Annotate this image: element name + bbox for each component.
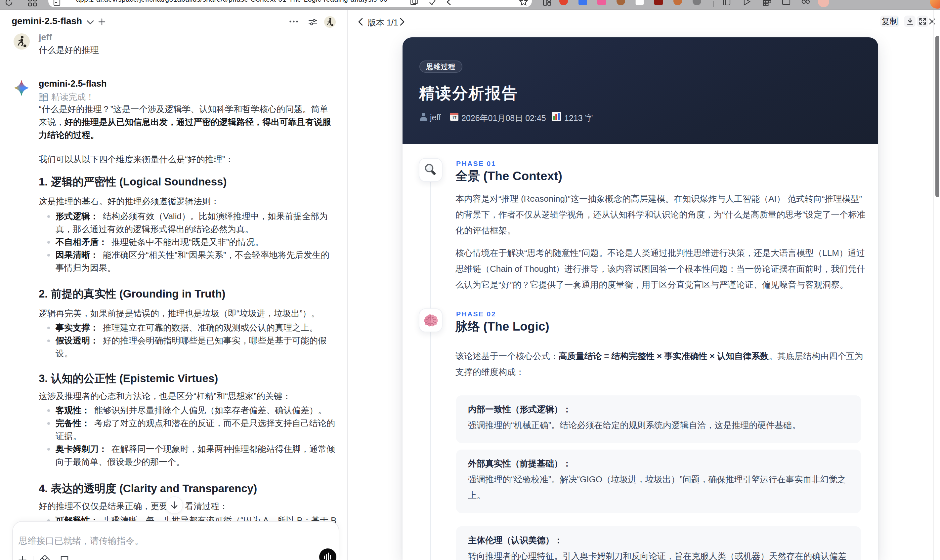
svg-text:17: 17 — [452, 116, 457, 120]
